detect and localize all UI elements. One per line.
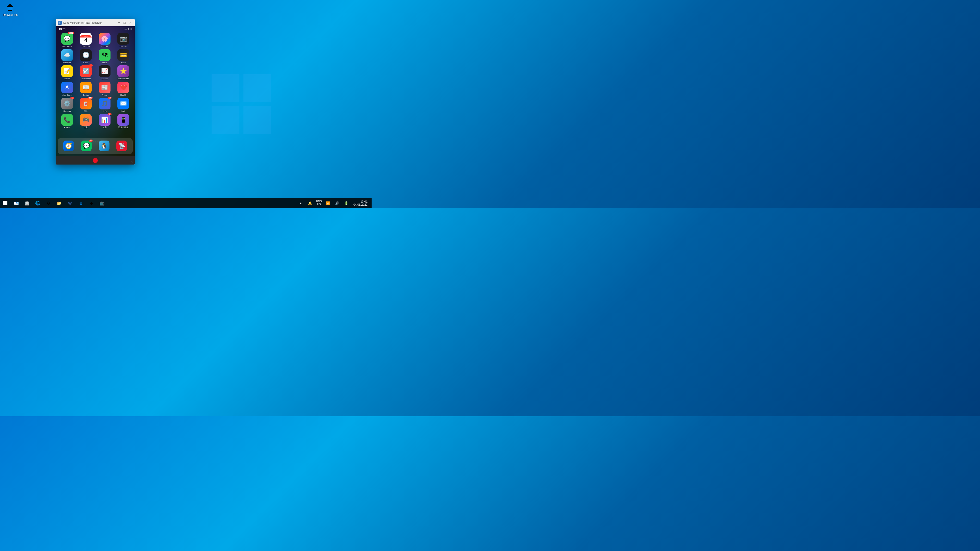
recycle-bin[interactable]: 🗑 Recycle Bin (2, 2, 18, 16)
messages-label: Messages (62, 45, 72, 48)
app-ch5[interactable]: 📱 照片与视频 (115, 114, 132, 129)
dock-wechat[interactable]: 💬 72 (81, 141, 92, 152)
start-button[interactable] (0, 198, 10, 208)
appstore-icon: A (61, 82, 73, 94)
maps-label: Maps (102, 62, 107, 64)
app-ch1[interactable]: 🀄 112 超上 (77, 98, 95, 113)
ch4-label: 效率 (103, 126, 107, 129)
app-phone[interactable]: 📞 Phone (58, 114, 76, 129)
app-itunes[interactable]: ⭐ iTunes Store (115, 65, 132, 80)
close-button[interactable]: × (127, 20, 133, 25)
status-icons: ▪▪▪ ⊕ ▮ (124, 28, 132, 30)
app-wallet[interactable]: 💳 Wallet (115, 49, 132, 64)
battery-tray-icon[interactable]: 🔋 (342, 198, 350, 208)
app-ch4[interactable]: 📊 1 效率 (96, 114, 114, 129)
ch1-label: 超上 (84, 110, 88, 113)
ch5-label: 照片与视频 (118, 126, 128, 129)
reminders-label: Reminders (81, 78, 91, 80)
books-icon: 📖 (80, 82, 92, 94)
dock-safari[interactable]: 🧭 (63, 141, 74, 152)
wifi-icon: ⊕ (127, 28, 130, 30)
taskbar-cortana[interactable]: ◆ (86, 198, 97, 208)
dock-qq[interactable]: 🐧 (99, 141, 110, 152)
taskbar-word[interactable]: W (65, 198, 75, 208)
system-tray: ∧ 🔔 (297, 198, 314, 208)
mail-label: Mail (121, 110, 125, 113)
news-icon: 📰 (99, 82, 110, 94)
mail-icon: ✉️ (118, 98, 129, 110)
photos-label: Photos (101, 45, 108, 48)
windows-logo-watermark (208, 71, 275, 137)
tray-expand[interactable]: ∧ (297, 198, 305, 208)
phone-dock: 🧭 💬 72 🐧 (58, 138, 133, 154)
svg-rect-2 (212, 106, 239, 134)
settings-label: Settings (63, 110, 71, 113)
language-indicator[interactable]: ENG US (315, 198, 323, 208)
taskbar-office[interactable]: 🏢 (22, 198, 32, 208)
app-maps[interactable]: 🗺 Maps (96, 49, 114, 64)
app-clock[interactable]: 🕐 Clock (77, 49, 95, 64)
weather-label: Weather (63, 62, 71, 64)
taskbar-explorer[interactable]: 📁 (54, 198, 64, 208)
volume-tray-icon[interactable]: 🔊 (333, 198, 341, 208)
camera-label: Camera (120, 45, 127, 48)
app-settings[interactable]: ⚙️ 1 Settings (58, 98, 76, 113)
ch2-badge: 14 (108, 97, 111, 99)
app-appstore[interactable]: A App Store (58, 82, 76, 97)
dock-weibo[interactable]: 📡 (116, 141, 127, 152)
photos-icon: 🌸 (99, 33, 110, 44)
app-ch2[interactable]: 🎵 14 音乐 (96, 98, 114, 113)
wallet-icon: 💳 (118, 49, 129, 61)
clock-time: 13:01 (360, 200, 368, 203)
app-mail[interactable]: ✉️ Mail (115, 98, 132, 113)
wechat-icon: 💬 72 (81, 141, 92, 151)
notes-label: Notes (64, 78, 70, 80)
app-books[interactable]: 📖 Books (77, 82, 95, 97)
wifi-tray-icon[interactable]: 📶 (324, 198, 332, 208)
health-icon: ❤️ (118, 82, 129, 94)
signal-icon: ▪▪▪ (124, 28, 127, 30)
app-stocks[interactable]: 📈 Stocks (96, 65, 114, 80)
app-reminders[interactable]: ☑️ 2 Reminders (77, 65, 95, 80)
taskbar-settings[interactable]: ⚙ (43, 198, 54, 208)
svg-rect-0 (212, 74, 239, 102)
app-notes[interactable]: 📝 Notes (58, 65, 76, 80)
app-calendar[interactable]: WED 4 Calendar (77, 33, 95, 48)
window-controls: − □ × (116, 20, 133, 25)
app-messages[interactable]: 💬 2,972 Messages (58, 33, 76, 48)
app-camera[interactable]: 📷 Camera (115, 33, 132, 48)
minimize-button[interactable]: − (116, 20, 121, 25)
notes-icon: 📝 (61, 65, 73, 77)
desktop: 🗑 Recycle Bin L LonelyScreen AirPlay Rec… (0, 0, 372, 208)
app-photos[interactable]: 🌸 Photos (96, 33, 114, 48)
svg-rect-7 (5, 203, 7, 205)
record-button[interactable] (93, 158, 98, 163)
taskbar-clock[interactable]: 13:01 04/05/2022 (352, 198, 369, 208)
itunes-icon: ⭐ (118, 65, 129, 77)
phone-screen: 13:01 ▪▪▪ ⊕ ▮ 💬 2,972 Me (56, 26, 135, 156)
app-health[interactable]: ❤️ Health (115, 82, 132, 97)
app-weather[interactable]: ☁️ Weather (58, 49, 76, 64)
taskbar-outlook[interactable]: 📧 (11, 198, 21, 208)
app-ch3[interactable]: 🎮 玩具 (77, 114, 95, 129)
svg-rect-3 (243, 106, 271, 134)
battery-icon: ▮ (130, 28, 132, 30)
app-grid: 💬 2,972 Messages WED 4 Calendar (58, 33, 132, 129)
weather-icon: ☁️ (61, 49, 73, 61)
app-news[interactable]: 📰 News (96, 82, 114, 97)
window-titlebar[interactable]: L LonelyScreen AirPlay Receiver − □ × (56, 19, 135, 26)
taskbar-chrome[interactable]: 🌐 (33, 198, 43, 208)
maximize-button[interactable]: □ (122, 20, 127, 25)
taskbar-airplay[interactable]: 📺 (97, 198, 107, 208)
clock-date: 04/05/2022 (353, 203, 368, 206)
resize-handle[interactable]: ⤡ (131, 160, 133, 163)
ch4-icon: 📊 1 (99, 114, 110, 126)
phone-time: 13:01 (59, 27, 66, 30)
taskbar-edge[interactable]: E (76, 198, 86, 208)
clock-icon: 🕐 (80, 49, 92, 61)
window-bottom-bar: ⤡ (56, 156, 135, 165)
tray-notification[interactable]: 🔔 (306, 198, 314, 208)
ch2-icon: 🎵 14 (99, 98, 110, 110)
messages-icon: 💬 2,972 (61, 33, 73, 44)
wechat-badge: 72 (89, 140, 93, 142)
